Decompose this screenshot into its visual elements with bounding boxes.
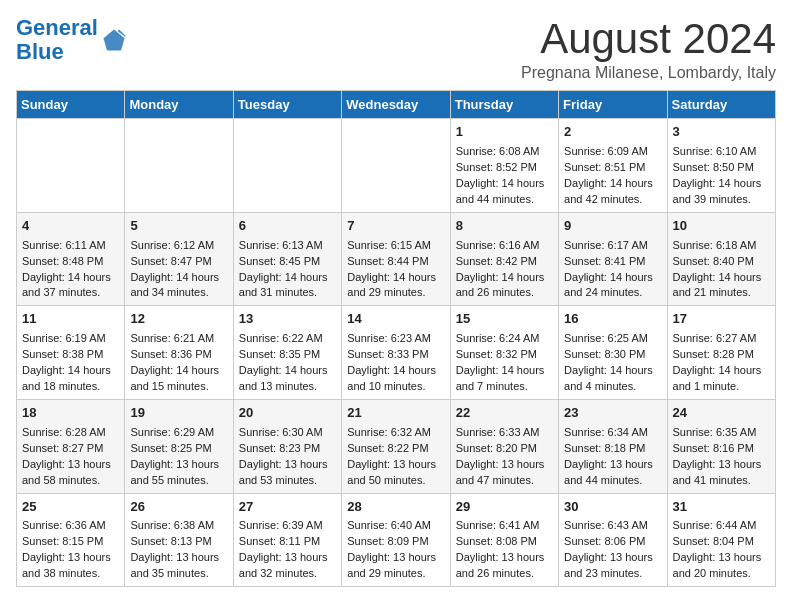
day-info: Sunrise: 6:40 AM (347, 518, 444, 534)
day-number: 25 (22, 498, 119, 517)
day-cell: 27Sunrise: 6:39 AMSunset: 8:11 PMDayligh… (233, 493, 341, 587)
day-cell: 18Sunrise: 6:28 AMSunset: 8:27 PMDayligh… (17, 399, 125, 493)
day-cell: 6Sunrise: 6:13 AMSunset: 8:45 PMDaylight… (233, 212, 341, 306)
day-info: Daylight: 13 hours and 38 minutes. (22, 550, 119, 582)
day-info: Daylight: 14 hours and 26 minutes. (456, 270, 553, 302)
day-info: Sunset: 8:27 PM (22, 441, 119, 457)
day-cell: 17Sunrise: 6:27 AMSunset: 8:28 PMDayligh… (667, 306, 775, 400)
day-info: Sunrise: 6:35 AM (673, 425, 770, 441)
day-info: Daylight: 14 hours and 18 minutes. (22, 363, 119, 395)
day-cell: 14Sunrise: 6:23 AMSunset: 8:33 PMDayligh… (342, 306, 450, 400)
day-info: Daylight: 14 hours and 21 minutes. (673, 270, 770, 302)
day-info: Sunset: 8:47 PM (130, 254, 227, 270)
day-cell: 22Sunrise: 6:33 AMSunset: 8:20 PMDayligh… (450, 399, 558, 493)
day-info: Sunrise: 6:17 AM (564, 238, 661, 254)
day-cell: 7Sunrise: 6:15 AMSunset: 8:44 PMDaylight… (342, 212, 450, 306)
header: General Blue August 2024 Pregnana Milane… (16, 16, 776, 82)
day-number: 10 (673, 217, 770, 236)
day-cell: 29Sunrise: 6:41 AMSunset: 8:08 PMDayligh… (450, 493, 558, 587)
day-info: Sunrise: 6:24 AM (456, 331, 553, 347)
logo: General Blue (16, 16, 128, 64)
day-info: Daylight: 14 hours and 15 minutes. (130, 363, 227, 395)
day-number: 2 (564, 123, 661, 142)
day-info: Daylight: 14 hours and 44 minutes. (456, 176, 553, 208)
day-cell: 15Sunrise: 6:24 AMSunset: 8:32 PMDayligh… (450, 306, 558, 400)
day-info: Sunrise: 6:11 AM (22, 238, 119, 254)
day-number: 19 (130, 404, 227, 423)
day-info: Sunrise: 6:41 AM (456, 518, 553, 534)
week-row-2: 4Sunrise: 6:11 AMSunset: 8:48 PMDaylight… (17, 212, 776, 306)
day-info: Sunset: 8:42 PM (456, 254, 553, 270)
calendar-body: 1Sunrise: 6:08 AMSunset: 8:52 PMDaylight… (17, 119, 776, 587)
day-cell: 11Sunrise: 6:19 AMSunset: 8:38 PMDayligh… (17, 306, 125, 400)
day-number: 12 (130, 310, 227, 329)
day-number: 8 (456, 217, 553, 236)
day-info: Sunset: 8:09 PM (347, 534, 444, 550)
day-cell: 31Sunrise: 6:44 AMSunset: 8:04 PMDayligh… (667, 493, 775, 587)
day-info: Daylight: 13 hours and 29 minutes. (347, 550, 444, 582)
day-number: 5 (130, 217, 227, 236)
day-info: Sunset: 8:04 PM (673, 534, 770, 550)
day-info: Daylight: 14 hours and 39 minutes. (673, 176, 770, 208)
day-info: Sunset: 8:30 PM (564, 347, 661, 363)
day-number: 20 (239, 404, 336, 423)
day-info: Sunset: 8:38 PM (22, 347, 119, 363)
day-number: 18 (22, 404, 119, 423)
day-info: Daylight: 14 hours and 1 minute. (673, 363, 770, 395)
header-row: SundayMondayTuesdayWednesdayThursdayFrid… (17, 91, 776, 119)
location-title: Pregnana Milanese, Lombardy, Italy (521, 64, 776, 82)
day-info: Sunset: 8:52 PM (456, 160, 553, 176)
day-info: Daylight: 13 hours and 50 minutes. (347, 457, 444, 489)
header-day-thursday: Thursday (450, 91, 558, 119)
day-info: Sunset: 8:36 PM (130, 347, 227, 363)
day-info: Sunrise: 6:27 AM (673, 331, 770, 347)
day-info: Sunrise: 6:38 AM (130, 518, 227, 534)
day-info: Sunset: 8:50 PM (673, 160, 770, 176)
day-info: Sunrise: 6:10 AM (673, 144, 770, 160)
day-info: Sunset: 8:45 PM (239, 254, 336, 270)
day-info: Sunset: 8:22 PM (347, 441, 444, 457)
day-number: 9 (564, 217, 661, 236)
day-info: Sunrise: 6:09 AM (564, 144, 661, 160)
day-info: Sunrise: 6:34 AM (564, 425, 661, 441)
day-info: Daylight: 14 hours and 29 minutes. (347, 270, 444, 302)
day-info: Sunset: 8:18 PM (564, 441, 661, 457)
day-info: Daylight: 13 hours and 26 minutes. (456, 550, 553, 582)
day-number: 27 (239, 498, 336, 517)
day-number: 22 (456, 404, 553, 423)
day-info: Sunrise: 6:28 AM (22, 425, 119, 441)
day-info: Daylight: 14 hours and 4 minutes. (564, 363, 661, 395)
day-number: 23 (564, 404, 661, 423)
logo-blue: Blue (16, 39, 64, 64)
day-number: 31 (673, 498, 770, 517)
day-cell: 8Sunrise: 6:16 AMSunset: 8:42 PMDaylight… (450, 212, 558, 306)
day-info: Daylight: 13 hours and 53 minutes. (239, 457, 336, 489)
logo-text: General Blue (16, 16, 98, 64)
day-info: Sunset: 8:40 PM (673, 254, 770, 270)
week-row-5: 25Sunrise: 6:36 AMSunset: 8:15 PMDayligh… (17, 493, 776, 587)
day-cell: 9Sunrise: 6:17 AMSunset: 8:41 PMDaylight… (559, 212, 667, 306)
day-number: 24 (673, 404, 770, 423)
day-info: Daylight: 14 hours and 13 minutes. (239, 363, 336, 395)
day-info: Daylight: 14 hours and 31 minutes. (239, 270, 336, 302)
day-number: 17 (673, 310, 770, 329)
day-number: 11 (22, 310, 119, 329)
day-info: Daylight: 14 hours and 42 minutes. (564, 176, 661, 208)
day-info: Daylight: 13 hours and 35 minutes. (130, 550, 227, 582)
day-number: 29 (456, 498, 553, 517)
day-info: Daylight: 13 hours and 47 minutes. (456, 457, 553, 489)
day-info: Sunset: 8:20 PM (456, 441, 553, 457)
day-info: Sunset: 8:51 PM (564, 160, 661, 176)
day-info: Sunrise: 6:39 AM (239, 518, 336, 534)
day-info: Sunrise: 6:13 AM (239, 238, 336, 254)
day-info: Daylight: 14 hours and 37 minutes. (22, 270, 119, 302)
day-info: Daylight: 13 hours and 58 minutes. (22, 457, 119, 489)
month-title: August 2024 (521, 16, 776, 62)
header-day-tuesday: Tuesday (233, 91, 341, 119)
day-cell: 19Sunrise: 6:29 AMSunset: 8:25 PMDayligh… (125, 399, 233, 493)
day-info: Sunset: 8:48 PM (22, 254, 119, 270)
day-number: 15 (456, 310, 553, 329)
day-info: Sunrise: 6:33 AM (456, 425, 553, 441)
day-info: Daylight: 14 hours and 24 minutes. (564, 270, 661, 302)
day-info: Sunset: 8:32 PM (456, 347, 553, 363)
